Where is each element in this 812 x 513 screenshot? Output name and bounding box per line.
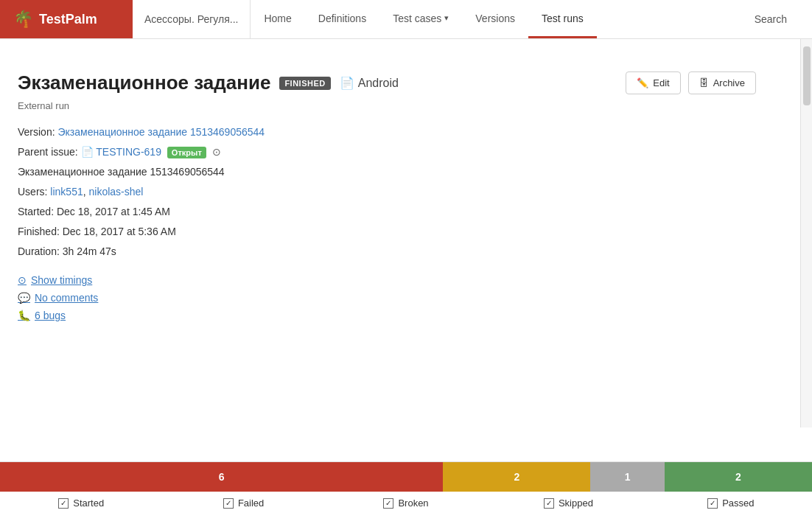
bug-icon: 🐛 [18,310,30,321]
edit-button[interactable]: ✏️ Edit [626,71,680,94]
scrollbar-thumb [803,46,811,105]
action-links: ⊙ Show timings 💬 No comments 🐛 6 bugs [18,274,756,321]
nav-definitions[interactable]: Definitions [305,0,379,38]
parent-issue-link[interactable]: TESTING-619 [96,146,161,158]
started-label: Started: [18,206,54,217]
nav-test-runs[interactable]: Test runs [528,0,597,38]
clock-icon: ⊙ [18,274,27,286]
page-title: Экзаменационное задание [18,71,270,94]
finished-value: Dec 18, 2017 at 5:36 AM [63,226,176,237]
user1-link[interactable]: link551 [50,186,83,198]
nav-home[interactable]: Home [251,0,304,38]
target-icon[interactable]: ⊙ [212,146,221,158]
version-label: Version: [18,126,55,138]
users-label: Users: [18,186,47,198]
version-link[interactable]: Экзаменационное задание 1513469056544 [57,126,265,138]
started-value: Dec 18, 2017 at 1:45 AM [57,206,170,217]
duration-value: 3h 24m 47s [63,245,116,257]
parent-issue-label: Parent issue: [18,146,78,158]
comment-icon: 💬 [18,292,30,304]
platform-name: Android [358,77,399,90]
meta-section: Version: Экзаменационное задание 1513469… [18,125,756,259]
parent-issue-name-row: Экзаменационное задание 1513469056544 [18,164,756,180]
palm-icon: 🌴 [13,10,33,29]
parent-issue-row: Parent issue: 📄 TESTING-619 Открыт ⊙ [18,144,756,160]
nav-versions[interactable]: Versions [462,0,528,38]
show-timings-label: Show timings [31,274,92,286]
no-comments-link[interactable]: 💬 No comments [18,292,756,304]
page-header: Экзаменационное задание FINISHED 📄 Andro… [18,71,756,94]
status-badge: FINISHED [279,77,330,90]
no-comments-label: No comments [35,292,98,304]
bugs-link[interactable]: 🐛 6 bugs [18,310,756,321]
nav-test-cases[interactable]: Test cases ▾ [379,0,462,38]
user2-link[interactable]: nikolas-shel [89,186,144,198]
users-row: Users: link551, nikolas-shel [18,184,756,200]
search-button[interactable]: Search [741,0,800,38]
started-row: Started: Dec 18, 2017 at 1:45 AM [18,204,756,220]
finished-row: Finished: Dec 18, 2017 at 5:36 AM [18,224,756,240]
brand-name: TestPalm [39,12,97,27]
finished-label: Finished: [18,226,60,237]
navbar: 🌴 TestPalm Асессоры. Регуля... Home Defi… [0,0,812,39]
bugs-label: 6 bugs [35,310,66,321]
project-name[interactable]: Асессоры. Регуля... [133,0,251,38]
archive-icon: 🗄 [699,77,709,88]
external-run-label: External run [18,100,756,111]
main-container: Экзаменационное задание FINISHED 📄 Andro… [0,39,812,321]
archive-button[interactable]: 🗄 Archive [688,71,756,94]
platform-label: 📄 Android [340,76,399,90]
issue-status-badge: Открыт [167,147,206,158]
duration-row: Duration: 3h 24m 47s [18,244,756,259]
issue-file-icon: 📄 [81,146,94,158]
dropdown-arrow-icon: ▾ [444,13,449,23]
platform-icon: 📄 [340,76,354,90]
header-actions: ✏️ Edit 🗄 Archive [626,71,756,94]
content-area: Экзаменационное задание FINISHED 📄 Andro… [0,39,774,321]
parent-issue-name: Экзаменационное задание 1513469056544 [18,166,225,178]
main-scrollbar[interactable] [800,39,812,321]
duration-label: Duration: [18,245,60,257]
nav-links: Home Definitions Test cases ▾ Versions T… [251,0,741,38]
show-timings-link[interactable]: ⊙ Show timings [18,274,756,286]
edit-label: Edit [653,77,669,88]
brand[interactable]: 🌴 TestPalm [0,0,133,38]
version-row: Version: Экзаменационное задание 1513469… [18,125,756,140]
edit-icon: ✏️ [637,77,648,88]
archive-label: Archive [713,77,745,88]
